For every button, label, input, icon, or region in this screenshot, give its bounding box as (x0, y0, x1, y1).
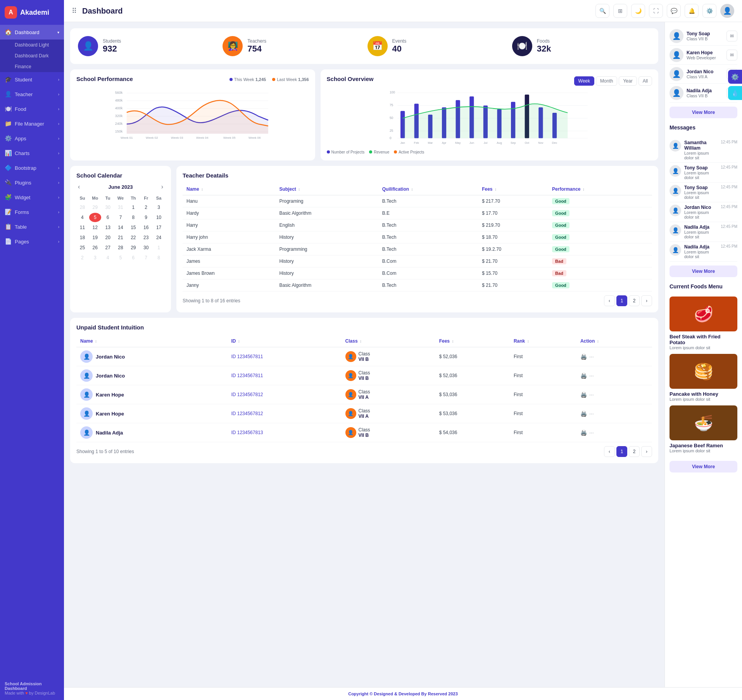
student-id[interactable]: ID 1234567813 (231, 430, 263, 435)
submenu-dashboard-light[interactable]: Dashboard Light (0, 40, 64, 50)
cal-day[interactable]: 26 (89, 243, 101, 252)
cal-day[interactable]: 4 (102, 253, 114, 262)
cal-day[interactable]: 2 (76, 253, 88, 262)
student-id[interactable]: ID 1234567811 (231, 373, 263, 378)
cal-day[interactable]: 5 (115, 253, 127, 262)
user-avatar[interactable]: 👤 (720, 4, 734, 18)
print-button[interactable]: 🖨️ (580, 410, 587, 417)
more-button[interactable]: ··· (589, 353, 594, 360)
sidebar-item-table[interactable]: 📋 Table › (0, 219, 64, 234)
sidebar-item-file-manager[interactable]: 📁 File Manager › (0, 116, 64, 131)
floating-gear-button[interactable]: ⚙️ (728, 70, 742, 84)
student-id[interactable]: ID 1234567811 (231, 354, 263, 359)
tab-month[interactable]: Month (596, 76, 617, 86)
cal-day[interactable]: 4 (76, 213, 88, 222)
more-button[interactable]: ··· (589, 391, 594, 398)
cal-day[interactable]: 24 (153, 233, 165, 242)
cal-day[interactable]: 8 (153, 253, 165, 262)
cal-day[interactable]: 29 (89, 203, 101, 212)
sidebar-item-teacher[interactable]: 👤 Teacher › (0, 87, 64, 102)
cal-day[interactable]: 13 (102, 223, 114, 232)
cal-day[interactable]: 11 (76, 223, 88, 232)
expand-button[interactable]: ⛶ (649, 4, 663, 18)
message-icon-button[interactable]: ✉ (726, 31, 737, 41)
next-page-button[interactable]: › (641, 295, 652, 306)
settings-button[interactable]: ⚙️ (702, 4, 716, 18)
cal-day[interactable]: 1 (127, 203, 139, 212)
cal-day[interactable]: 30 (140, 243, 152, 252)
cal-day[interactable]: 7 (140, 253, 152, 262)
sidebar-item-pages[interactable]: 📄 Pages › (0, 234, 64, 249)
cal-day[interactable]: 28 (76, 203, 88, 212)
sidebar-item-charts[interactable]: 📊 Charts › (0, 146, 64, 160)
tab-year[interactable]: Year (619, 76, 637, 86)
cal-day[interactable]: 19 (89, 233, 101, 242)
cal-day[interactable]: 7 (115, 213, 127, 222)
cal-day[interactable]: 3 (153, 203, 165, 212)
message-icon-button[interactable]: ✉ (726, 50, 737, 60)
cal-day[interactable]: 29 (127, 243, 139, 252)
cal-day[interactable]: 6 (127, 253, 139, 262)
tab-all[interactable]: All (638, 76, 652, 86)
search-button[interactable]: 🔍 (595, 4, 609, 18)
cal-day[interactable]: 8 (127, 213, 139, 222)
moon-button[interactable]: 🌙 (631, 4, 645, 18)
sidebar-item-food[interactable]: 🍽️ Food › (0, 102, 64, 116)
grid-button[interactable]: ⊞ (613, 4, 627, 18)
cal-day[interactable]: 31 (115, 203, 127, 212)
floating-water-button[interactable]: 💧 (728, 86, 742, 100)
cal-day[interactable]: 10 (153, 213, 165, 222)
cal-day[interactable]: 9 (140, 213, 152, 222)
sidebar-item-widget[interactable]: 🧩 Widget › (0, 190, 64, 205)
sidebar-item-forms[interactable]: 📝 Forms › (0, 205, 64, 219)
cal-day[interactable]: 3 (89, 253, 101, 262)
cal-day[interactable]: 28 (115, 243, 127, 252)
up-page-2-button[interactable]: 2 (629, 446, 640, 457)
cal-day[interactable]: 2 (140, 203, 152, 212)
cal-day[interactable]: 12 (89, 223, 101, 232)
more-button[interactable]: ··· (589, 372, 594, 379)
cal-day[interactable]: 23 (140, 233, 152, 242)
prev-page-button[interactable]: ‹ (604, 295, 615, 306)
submenu-finance[interactable]: Finance (0, 61, 64, 72)
page-1-button[interactable]: 1 (616, 295, 627, 306)
calendar-next-button[interactable]: › (160, 183, 165, 190)
sidebar-item-dashboard[interactable]: 🏠 Dashboard ▾ (0, 25, 64, 40)
view-more-recent-button[interactable]: View More (670, 107, 737, 118)
cal-day[interactable]: 22 (127, 233, 139, 242)
sidebar-item-bootstrap[interactable]: 🔷 Bootstrap › (0, 160, 64, 175)
page-2-button[interactable]: 2 (629, 295, 640, 306)
bell-button[interactable]: 🔔 (685, 4, 699, 18)
tab-week[interactable]: Week (574, 76, 594, 86)
up-prev-page-button[interactable]: ‹ (604, 446, 615, 457)
student-id[interactable]: ID 1234567812 (231, 411, 263, 416)
cal-day[interactable]: 20 (102, 233, 114, 242)
cal-day[interactable]: 27 (102, 243, 114, 252)
chat-button[interactable]: 💬 (667, 4, 681, 18)
view-more-messages-button[interactable]: View More (670, 266, 737, 277)
view-more-foods-button[interactable]: View More (670, 461, 737, 472)
up-next-page-button[interactable]: › (641, 446, 652, 457)
submenu-dashboard-dark[interactable]: Dashboard Dark (0, 50, 64, 61)
cal-day[interactable]: 18 (76, 233, 88, 242)
cal-day[interactable]: 1 (153, 243, 165, 252)
student-id[interactable]: ID 1234567812 (231, 392, 263, 397)
up-page-1-button[interactable]: 1 (616, 446, 627, 457)
print-button[interactable]: 🖨️ (580, 429, 587, 436)
cal-day[interactable]: 17 (153, 223, 165, 232)
print-button[interactable]: 🖨️ (580, 391, 587, 398)
more-button[interactable]: ··· (589, 410, 594, 417)
cal-day[interactable]: 14 (115, 223, 127, 232)
sidebar-item-plugins[interactable]: 🔌 Plugins › (0, 175, 64, 190)
cal-day[interactable]: 6 (102, 213, 114, 222)
cal-day[interactable]: 30 (102, 203, 114, 212)
print-button[interactable]: 🖨️ (580, 372, 587, 379)
print-button[interactable]: 🖨️ (580, 353, 587, 360)
cal-day[interactable]: 21 (115, 233, 127, 242)
sidebar-item-apps[interactable]: ⚙️ Apps › (0, 131, 64, 146)
cal-day[interactable]: 16 (140, 223, 152, 232)
sidebar-item-student[interactable]: 🎓 Student › (0, 72, 64, 87)
cal-day-today[interactable]: 5 (89, 213, 101, 222)
calendar-prev-button[interactable]: ‹ (76, 183, 81, 190)
more-button[interactable]: ··· (589, 429, 594, 436)
